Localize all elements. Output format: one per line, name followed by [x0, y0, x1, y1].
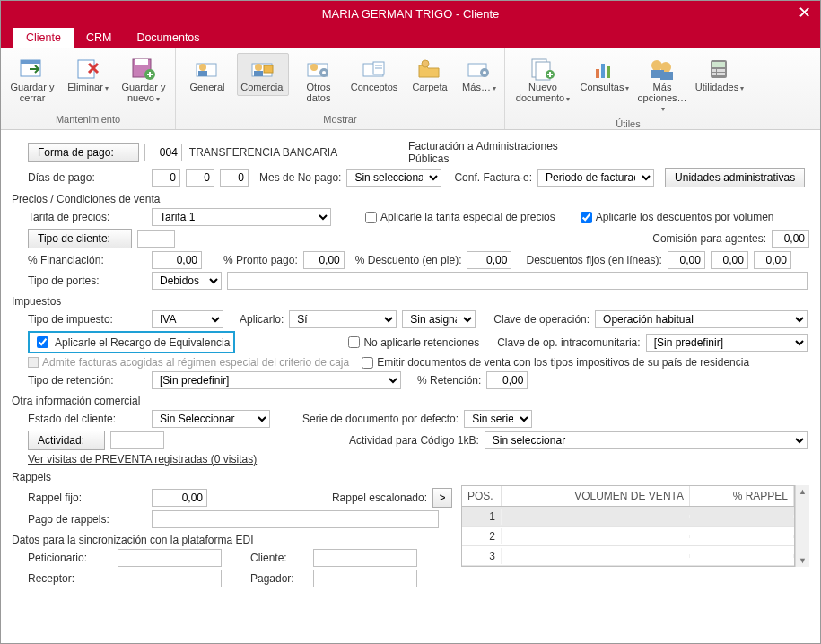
input-tipo-cliente[interactable] — [137, 230, 175, 248]
btn-unidades-admin[interactable]: Unidades administrativas — [665, 168, 805, 187]
input-desc2[interactable] — [711, 251, 748, 269]
lbl-pct-desc-pie: % Descuento (en pie): — [355, 254, 462, 266]
input-dia3[interactable] — [220, 169, 249, 187]
btn-consultas[interactable]: Consultas▾ — [579, 53, 631, 96]
select-mes-no-pago[interactable]: Sin seleccionar — [346, 169, 441, 187]
btn-nuevo-documento[interactable]: Nuevo documento▾ — [511, 53, 575, 106]
select-tarifa[interactable]: Tarifa 1 — [152, 208, 331, 226]
link-visitas-preventa[interactable]: Ver visitas de PREVENTA registradas (0 v… — [28, 453, 257, 466]
select-clave-intra[interactable]: [Sin predefinir] — [646, 334, 808, 352]
input-pago-rappels[interactable] — [152, 510, 439, 528]
input-actividad[interactable] — [110, 431, 164, 449]
svg-rect-35 — [596, 69, 599, 78]
tab-documentos[interactable]: Documentos — [124, 28, 212, 48]
close-button[interactable]: ✕ — [793, 3, 815, 22]
section-otra-info: Otra información comercial — [12, 395, 809, 407]
lbl-clave-op: Clave de operación: — [493, 313, 590, 326]
lbl-fact-aapp: Facturación a Administraciones Públicas — [408, 140, 809, 165]
btn-guardar-cerrar[interactable]: Guardar y cerrar — [6, 53, 58, 106]
input-rappel-fijo[interactable] — [152, 489, 207, 507]
btn-eliminar[interactable]: Eliminar▾ — [62, 53, 114, 96]
lbl-tipo-impuesto: Tipo de impuesto: — [12, 313, 146, 326]
window-title: MARIA GERMAN TRIGO - Cliente — [1, 7, 820, 21]
input-dia1[interactable] — [152, 169, 180, 187]
input-comision[interactable] — [772, 230, 809, 248]
table-row[interactable]: 3 — [462, 546, 794, 566]
lbl-peticionario: Peticionario: — [12, 552, 112, 564]
ribbon-label: Guardar y nuevo▾ — [120, 83, 167, 103]
select-tipo-retencion[interactable]: [Sin predefinir] — [152, 371, 401, 389]
input-pct-fin[interactable] — [152, 251, 202, 269]
cell-pos: 1 — [462, 509, 502, 525]
chk-no-retenciones[interactable]: No aplicarle retenciones — [348, 336, 479, 349]
ribbon-label: Consultas▾ — [581, 83, 630, 93]
lbl-pct-financiacion: % Financiación: — [12, 254, 146, 266]
chevron-down-icon: ▾ — [740, 84, 744, 92]
btn-mas-mostrar[interactable]: Más…▾ — [459, 53, 499, 96]
btn-utilidades[interactable]: Utilidades▾ — [694, 53, 746, 96]
lbl-pct-retencion: % Retención: — [417, 374, 481, 387]
input-pct-pronto[interactable] — [303, 251, 345, 269]
input-pct-desc-pie[interactable] — [467, 251, 511, 269]
select-aplicarlo[interactable]: Sí — [289, 310, 397, 328]
btn-tipo-cliente[interactable]: Tipo de cliente: — [28, 229, 132, 248]
chevron-down-icon: ▾ — [625, 84, 629, 92]
select-actividad-1kb[interactable]: Sin seleccionar — [485, 431, 808, 449]
chevron-down-icon: ▾ — [566, 95, 570, 103]
btn-guardar-nuevo[interactable]: Guardar y nuevo▾ — [118, 53, 170, 106]
lbl-clave-intra: Clave de op. intracomunitaria: — [497, 336, 640, 349]
input-forma-pago-code[interactable] — [144, 144, 182, 161]
btn-mas-opciones[interactable]: Más opciones…▾ — [634, 53, 690, 117]
btn-forma-pago[interactable]: Forma de pago: — [28, 143, 139, 162]
top-tabs: Cliente CRM Documentos — [1, 26, 820, 48]
table-scrollbar[interactable]: ▲ ▼ — [795, 485, 809, 567]
input-receptor[interactable] — [118, 570, 222, 587]
btn-carpeta[interactable]: Carpeta — [404, 53, 456, 96]
btn-actividad[interactable]: Actividad: — [28, 431, 105, 450]
select-tipo-impuesto[interactable]: IVA — [152, 310, 223, 328]
input-cliente-edi[interactable] — [313, 549, 417, 567]
select-clave-op[interactable]: Operación habitual — [595, 310, 808, 328]
lbl-cliente-edi: Cliente: — [250, 552, 308, 564]
svg-rect-45 — [717, 69, 721, 72]
select-serie-defecto[interactable]: Sin serie — [464, 410, 532, 428]
input-pct-retencion[interactable] — [486, 371, 528, 389]
scroll-up-icon[interactable]: ▲ — [796, 485, 809, 498]
svg-rect-44 — [712, 69, 716, 72]
chk-recargo-equivalencia[interactable]: Aplicarle el Recargo de Equivalencia — [28, 331, 235, 353]
input-peticionario[interactable] — [118, 549, 222, 567]
chk-emitir-docs[interactable]: Emitir documentos de venta con los tipos… — [362, 356, 749, 369]
chk-desc-volumen[interactable]: Aplicarle los descuentos por volumen — [581, 211, 774, 223]
btn-otros-datos[interactable]: Otros datos — [293, 53, 345, 106]
btn-rappel-escalonado[interactable]: > — [432, 488, 452, 508]
tab-cliente[interactable]: Cliente — [13, 28, 74, 48]
chevron-down-icon: ▾ — [105, 84, 109, 92]
btn-general[interactable]: General — [181, 53, 233, 96]
input-desc3[interactable] — [754, 251, 791, 269]
table-row[interactable]: 2 — [462, 527, 794, 546]
select-tipo-portes[interactable]: Debidos — [152, 272, 222, 290]
input-pagador[interactable] — [313, 570, 417, 587]
th-pct-rappel: % RAPPEL — [690, 486, 794, 506]
svg-point-19 — [310, 64, 318, 71]
scroll-down-icon[interactable]: ▼ — [796, 554, 809, 567]
tab-crm[interactable]: CRM — [74, 28, 124, 48]
chevron-down-icon: ▾ — [661, 105, 665, 113]
table-row[interactable]: 1 — [462, 507, 794, 527]
utilidades-icon — [705, 56, 734, 83]
chevron-down-icon: ▾ — [493, 84, 496, 92]
btn-conceptos[interactable]: Conceptos — [348, 53, 400, 96]
rappel-table: POS. VOLUMEN DE VENTA % RAPPEL 1 2 — [461, 485, 795, 567]
ribbon-label: Eliminar▾ — [67, 83, 109, 93]
select-estado-cliente[interactable]: Sin Seleccionar — [152, 410, 270, 428]
select-sin-asignar[interactable]: Sin asignar — [402, 310, 476, 328]
input-portes-extra[interactable] — [227, 272, 808, 290]
cell-pos: 2 — [462, 528, 502, 544]
input-dia2[interactable] — [186, 169, 214, 187]
chk-tarifa-especial[interactable]: Aplicarle la tarifa especial de precios — [365, 211, 555, 223]
select-conf-facturae[interactable]: Periodo de facturaci — [537, 169, 654, 187]
input-desc1[interactable] — [668, 251, 705, 269]
table-header: POS. VOLUMEN DE VENTA % RAPPEL — [462, 486, 794, 507]
lbl-serie-defecto: Serie de documento por defecto: — [302, 413, 459, 425]
btn-comercial[interactable]: Comercial — [237, 53, 289, 96]
